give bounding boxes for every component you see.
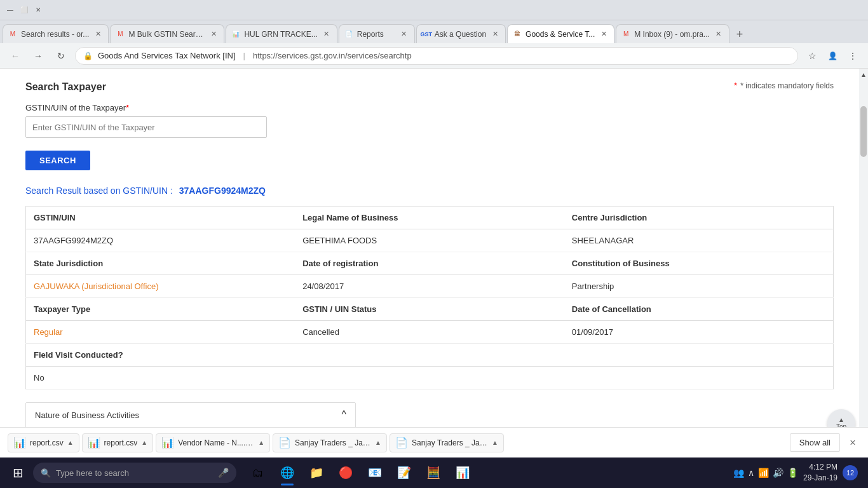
taskbar: ⊞ 🔍 Type here to search 🎤 🗂 🌐 📁 🔴 📧 📝 🧮 … <box>0 458 868 488</box>
download-icon-5: 📄 <box>395 437 408 449</box>
window-controls[interactable]: — ⬜ ✕ <box>5 5 43 15</box>
tab-search-results[interactable]: M Search results - or... ✕ <box>3 24 109 43</box>
tab-title-hul: HUL GRN TRACKE... <box>244 30 317 39</box>
back-button[interactable]: ← <box>6 47 24 65</box>
activities-chevron[interactable]: ^ <box>341 409 346 421</box>
taskbar-app-outlook[interactable]: 📧 <box>361 459 389 487</box>
download-arrow-2[interactable]: ▲ <box>141 439 147 446</box>
tab-inbox[interactable]: M M Inbox (9) - om.pra... ✕ <box>616 24 729 43</box>
download-item-4[interactable]: 📄 Sanjay Traders _ Ja....pdf ▲ <box>273 433 387 452</box>
download-item-5[interactable]: 📄 Sanjay Traders _ Ja....pdf ▲ <box>390 433 504 452</box>
menu-button[interactable]: ⋮ <box>844 47 862 65</box>
maximize-button[interactable]: ⬜ <box>19 5 29 15</box>
lock-icon: 🔒 <box>83 51 93 60</box>
download-item-1[interactable]: 📊 report.csv ▲ <box>8 433 79 452</box>
tab-favicon-gmail: M <box>8 30 17 39</box>
excel-icon: 📊 <box>454 464 471 482</box>
mandatory-star: * <box>734 81 737 90</box>
download-arrow-4[interactable]: ▲ <box>375 439 381 446</box>
sticky-icon: 📝 <box>395 464 413 482</box>
tab-close-goods[interactable]: ✕ <box>599 29 609 39</box>
tab-bulk-gstin[interactable]: M M Bulk GSTIN Searc... ✕ <box>110 24 224 43</box>
tab-ask-question[interactable]: GST Ask a Question ✕ <box>416 24 506 43</box>
app4-icon: 🔴 <box>337 464 355 482</box>
scroll-up[interactable]: ▲ <box>858 69 868 81</box>
tab-title-ask: Ask a Question <box>435 30 486 39</box>
col-date-value: 24/08/2017 <box>295 275 564 298</box>
download-name-2: report.csv <box>104 438 138 447</box>
address-separator: | <box>243 51 245 60</box>
tab-close-ask[interactable]: ✕ <box>490 29 500 39</box>
notification-badge[interactable]: 12 <box>843 465 858 480</box>
tab-favicon-reports: 📄 <box>344 30 353 39</box>
taskbar-app-file-explorer[interactable]: 🗂 <box>244 459 272 487</box>
gstin-input[interactable] <box>25 116 267 138</box>
profile-button[interactable]: 👤 <box>824 47 841 65</box>
start-button[interactable]: ⊞ <box>5 460 31 485</box>
table-row-2: State Jurisdiction Date of registration … <box>26 252 834 275</box>
taskbar-app-4[interactable]: 🔴 <box>332 459 360 487</box>
close-downloads-button[interactable]: × <box>845 435 860 451</box>
taskbar-search[interactable]: 🔍 Type here to search 🎤 <box>33 463 236 483</box>
tab-hul-grn[interactable]: 📊 HUL GRN TRACKE... ✕ <box>226 24 337 43</box>
gstin-label: GSTIN/UIN of the Taxpayer* <box>25 103 834 112</box>
tab-goods-service[interactable]: 🏛 Goods & Service T... ✕ <box>507 24 614 43</box>
close-button[interactable]: ✕ <box>33 5 43 15</box>
download-arrow-5[interactable]: ▲ <box>492 439 498 446</box>
tab-reports[interactable]: 📄 Reports ✕ <box>339 24 415 43</box>
forward-button[interactable]: → <box>29 47 47 65</box>
site-name: Goods And Services Tax Network [IN] <box>98 51 236 60</box>
col-empty1 <box>295 344 564 367</box>
download-icon-2: 📊 <box>88 437 100 449</box>
scrollbar[interactable]: ▲ ▼ <box>859 69 868 458</box>
taskbar-app-chrome[interactable]: 🌐 <box>273 459 301 487</box>
taskbar-app-calc[interactable]: 🧮 <box>419 459 447 487</box>
bookmark-button[interactable]: ☆ <box>803 47 821 65</box>
address-actions: ☆ 👤 ⋮ <box>803 47 862 65</box>
refresh-button[interactable]: ↻ <box>52 47 70 65</box>
people-icon[interactable]: 👥 <box>733 468 744 478</box>
tab-close-inbox[interactable]: ✕ <box>714 29 724 39</box>
show-all-button[interactable]: Show all <box>790 433 840 452</box>
download-icon-4: 📄 <box>278 437 291 449</box>
download-arrow-1[interactable]: ▲ <box>67 439 74 446</box>
chevron-up-icon[interactable]: ∧ <box>748 468 754 478</box>
search-button[interactable]: SEARCH <box>25 151 90 170</box>
taskbar-app-sticky[interactable]: 📝 <box>390 459 418 487</box>
minimize-button[interactable]: — <box>5 5 15 15</box>
tab-title-goods: Goods & Service T... <box>526 30 595 39</box>
volume-icon[interactable]: 🔊 <box>773 468 783 478</box>
battery-icon[interactable]: 🔋 <box>787 468 798 478</box>
table-row-2-values: GAJUWAKA (Jurisdictional Office) 24/08/2… <box>26 275 834 298</box>
taskbar-app-excel[interactable]: 📊 <box>449 459 477 487</box>
tab-close-bulk[interactable]: ✕ <box>208 29 219 39</box>
date-display: 29-Jan-19 <box>803 473 837 484</box>
activities-header[interactable]: Nature of Business Activities ^ <box>26 403 355 428</box>
tab-favicon-hul: 📊 <box>231 30 240 39</box>
download-icon-1: 📊 <box>13 437 26 449</box>
taskbar-app-file-manager[interactable]: 📁 <box>302 459 330 487</box>
microphone-icon[interactable]: 🎤 <box>218 468 229 478</box>
address-input-container[interactable]: 🔒 Goods And Services Tax Network [IN] | … <box>75 47 798 65</box>
tab-close-reports[interactable]: ✕ <box>399 29 409 39</box>
tab-title-reports: Reports <box>357 30 395 39</box>
table-row-4-values: No <box>26 367 834 390</box>
tab-close-search-results[interactable]: ✕ <box>93 29 103 39</box>
tab-close-hul[interactable]: ✕ <box>322 29 332 39</box>
download-arrow-3[interactable]: ▲ <box>258 439 264 446</box>
col-empty2 <box>564 344 834 367</box>
network-icon[interactable]: 📶 <box>758 468 769 478</box>
download-item-2[interactable]: 📊 report.csv ▲ <box>82 433 154 452</box>
download-item-3[interactable]: 📊 Vendor Name - N....xlsx ▲ <box>156 433 270 452</box>
col-constitution-header: Constitution of Business <box>564 252 834 275</box>
download-name-4: Sanjay Traders _ Ja....pdf <box>295 438 371 447</box>
clock[interactable]: 4:12 PM 29-Jan-19 <box>803 462 837 484</box>
table-row-1: GSTIN/UIN Legal Name of Business Centre … <box>26 207 834 229</box>
new-tab-button[interactable]: + <box>731 25 749 43</box>
col-centre-header: Centre Jurisdiction <box>564 207 834 229</box>
col-cancel-header: Date of Cancellation <box>564 298 834 321</box>
taskbar-apps: 🗂 🌐 📁 🔴 📧 📝 🧮 📊 <box>244 459 477 487</box>
col-centre-value: SHEELANAGAR <box>564 229 834 252</box>
scroll-thumb[interactable] <box>860 106 867 157</box>
address-bar: ← → ↻ 🔒 Goods And Services Tax Network [… <box>0 43 868 69</box>
